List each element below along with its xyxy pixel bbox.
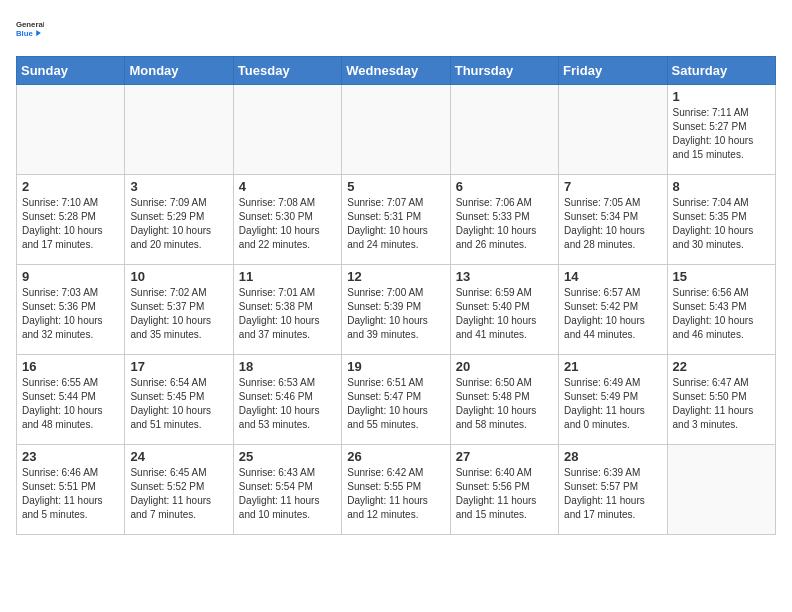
day-info: Sunrise: 7:04 AM Sunset: 5:35 PM Dayligh…	[673, 196, 770, 252]
day-info: Sunrise: 6:45 AM Sunset: 5:52 PM Dayligh…	[130, 466, 227, 522]
day-number: 10	[130, 269, 227, 284]
day-info: Sunrise: 6:51 AM Sunset: 5:47 PM Dayligh…	[347, 376, 444, 432]
day-info: Sunrise: 6:46 AM Sunset: 5:51 PM Dayligh…	[22, 466, 119, 522]
logo-icon: GeneralBlue	[16, 16, 44, 44]
weekday-header-thursday: Thursday	[450, 57, 558, 85]
day-cell: 12Sunrise: 7:00 AM Sunset: 5:39 PM Dayli…	[342, 265, 450, 355]
day-number: 4	[239, 179, 336, 194]
day-cell: 27Sunrise: 6:40 AM Sunset: 5:56 PM Dayli…	[450, 445, 558, 535]
day-number: 18	[239, 359, 336, 374]
svg-text:Blue: Blue	[16, 29, 34, 38]
day-number: 19	[347, 359, 444, 374]
day-cell: 16Sunrise: 6:55 AM Sunset: 5:44 PM Dayli…	[17, 355, 125, 445]
day-cell	[559, 85, 667, 175]
day-cell: 14Sunrise: 6:57 AM Sunset: 5:42 PM Dayli…	[559, 265, 667, 355]
day-number: 17	[130, 359, 227, 374]
day-info: Sunrise: 6:53 AM Sunset: 5:46 PM Dayligh…	[239, 376, 336, 432]
day-cell: 17Sunrise: 6:54 AM Sunset: 5:45 PM Dayli…	[125, 355, 233, 445]
day-number: 13	[456, 269, 553, 284]
day-info: Sunrise: 6:56 AM Sunset: 5:43 PM Dayligh…	[673, 286, 770, 342]
day-info: Sunrise: 7:08 AM Sunset: 5:30 PM Dayligh…	[239, 196, 336, 252]
day-cell: 5Sunrise: 7:07 AM Sunset: 5:31 PM Daylig…	[342, 175, 450, 265]
day-cell: 6Sunrise: 7:06 AM Sunset: 5:33 PM Daylig…	[450, 175, 558, 265]
weekday-header-saturday: Saturday	[667, 57, 775, 85]
day-info: Sunrise: 6:43 AM Sunset: 5:54 PM Dayligh…	[239, 466, 336, 522]
day-number: 11	[239, 269, 336, 284]
day-number: 23	[22, 449, 119, 464]
day-number: 28	[564, 449, 661, 464]
calendar: SundayMondayTuesdayWednesdayThursdayFrid…	[16, 56, 776, 535]
week-row-3: 9Sunrise: 7:03 AM Sunset: 5:36 PM Daylig…	[17, 265, 776, 355]
day-cell: 8Sunrise: 7:04 AM Sunset: 5:35 PM Daylig…	[667, 175, 775, 265]
weekday-header-tuesday: Tuesday	[233, 57, 341, 85]
day-cell: 4Sunrise: 7:08 AM Sunset: 5:30 PM Daylig…	[233, 175, 341, 265]
day-cell: 10Sunrise: 7:02 AM Sunset: 5:37 PM Dayli…	[125, 265, 233, 355]
day-info: Sunrise: 6:47 AM Sunset: 5:50 PM Dayligh…	[673, 376, 770, 432]
day-number: 14	[564, 269, 661, 284]
day-info: Sunrise: 6:50 AM Sunset: 5:48 PM Dayligh…	[456, 376, 553, 432]
day-number: 25	[239, 449, 336, 464]
weekday-header-sunday: Sunday	[17, 57, 125, 85]
day-cell: 7Sunrise: 7:05 AM Sunset: 5:34 PM Daylig…	[559, 175, 667, 265]
day-number: 16	[22, 359, 119, 374]
day-cell: 15Sunrise: 6:56 AM Sunset: 5:43 PM Dayli…	[667, 265, 775, 355]
day-cell: 21Sunrise: 6:49 AM Sunset: 5:49 PM Dayli…	[559, 355, 667, 445]
day-number: 24	[130, 449, 227, 464]
day-info: Sunrise: 7:07 AM Sunset: 5:31 PM Dayligh…	[347, 196, 444, 252]
day-cell	[450, 85, 558, 175]
week-row-5: 23Sunrise: 6:46 AM Sunset: 5:51 PM Dayli…	[17, 445, 776, 535]
day-number: 20	[456, 359, 553, 374]
week-row-4: 16Sunrise: 6:55 AM Sunset: 5:44 PM Dayli…	[17, 355, 776, 445]
day-number: 6	[456, 179, 553, 194]
weekday-header-monday: Monday	[125, 57, 233, 85]
day-number: 5	[347, 179, 444, 194]
day-cell	[233, 85, 341, 175]
day-info: Sunrise: 6:49 AM Sunset: 5:49 PM Dayligh…	[564, 376, 661, 432]
day-number: 1	[673, 89, 770, 104]
day-number: 12	[347, 269, 444, 284]
header: GeneralBlue	[16, 16, 776, 44]
day-number: 27	[456, 449, 553, 464]
day-info: Sunrise: 7:05 AM Sunset: 5:34 PM Dayligh…	[564, 196, 661, 252]
day-info: Sunrise: 7:09 AM Sunset: 5:29 PM Dayligh…	[130, 196, 227, 252]
day-cell: 2Sunrise: 7:10 AM Sunset: 5:28 PM Daylig…	[17, 175, 125, 265]
day-info: Sunrise: 7:01 AM Sunset: 5:38 PM Dayligh…	[239, 286, 336, 342]
day-cell: 25Sunrise: 6:43 AM Sunset: 5:54 PM Dayli…	[233, 445, 341, 535]
logo: GeneralBlue	[16, 16, 44, 44]
day-number: 2	[22, 179, 119, 194]
day-cell	[342, 85, 450, 175]
day-info: Sunrise: 7:02 AM Sunset: 5:37 PM Dayligh…	[130, 286, 227, 342]
day-cell	[17, 85, 125, 175]
day-cell: 9Sunrise: 7:03 AM Sunset: 5:36 PM Daylig…	[17, 265, 125, 355]
svg-marker-2	[36, 30, 41, 36]
day-info: Sunrise: 6:42 AM Sunset: 5:55 PM Dayligh…	[347, 466, 444, 522]
week-row-2: 2Sunrise: 7:10 AM Sunset: 5:28 PM Daylig…	[17, 175, 776, 265]
day-info: Sunrise: 6:59 AM Sunset: 5:40 PM Dayligh…	[456, 286, 553, 342]
day-cell: 20Sunrise: 6:50 AM Sunset: 5:48 PM Dayli…	[450, 355, 558, 445]
day-cell: 22Sunrise: 6:47 AM Sunset: 5:50 PM Dayli…	[667, 355, 775, 445]
day-info: Sunrise: 6:39 AM Sunset: 5:57 PM Dayligh…	[564, 466, 661, 522]
day-number: 26	[347, 449, 444, 464]
day-cell	[667, 445, 775, 535]
day-cell: 24Sunrise: 6:45 AM Sunset: 5:52 PM Dayli…	[125, 445, 233, 535]
day-number: 9	[22, 269, 119, 284]
day-cell: 28Sunrise: 6:39 AM Sunset: 5:57 PM Dayli…	[559, 445, 667, 535]
svg-text:General: General	[16, 20, 44, 29]
weekday-header-row: SundayMondayTuesdayWednesdayThursdayFrid…	[17, 57, 776, 85]
day-cell: 11Sunrise: 7:01 AM Sunset: 5:38 PM Dayli…	[233, 265, 341, 355]
day-info: Sunrise: 7:06 AM Sunset: 5:33 PM Dayligh…	[456, 196, 553, 252]
day-info: Sunrise: 7:10 AM Sunset: 5:28 PM Dayligh…	[22, 196, 119, 252]
day-info: Sunrise: 6:40 AM Sunset: 5:56 PM Dayligh…	[456, 466, 553, 522]
day-info: Sunrise: 6:54 AM Sunset: 5:45 PM Dayligh…	[130, 376, 227, 432]
day-number: 21	[564, 359, 661, 374]
day-info: Sunrise: 7:11 AM Sunset: 5:27 PM Dayligh…	[673, 106, 770, 162]
day-info: Sunrise: 7:03 AM Sunset: 5:36 PM Dayligh…	[22, 286, 119, 342]
day-cell	[125, 85, 233, 175]
day-info: Sunrise: 6:55 AM Sunset: 5:44 PM Dayligh…	[22, 376, 119, 432]
day-number: 8	[673, 179, 770, 194]
day-cell: 13Sunrise: 6:59 AM Sunset: 5:40 PM Dayli…	[450, 265, 558, 355]
day-number: 15	[673, 269, 770, 284]
day-number: 3	[130, 179, 227, 194]
day-cell: 3Sunrise: 7:09 AM Sunset: 5:29 PM Daylig…	[125, 175, 233, 265]
day-info: Sunrise: 6:57 AM Sunset: 5:42 PM Dayligh…	[564, 286, 661, 342]
